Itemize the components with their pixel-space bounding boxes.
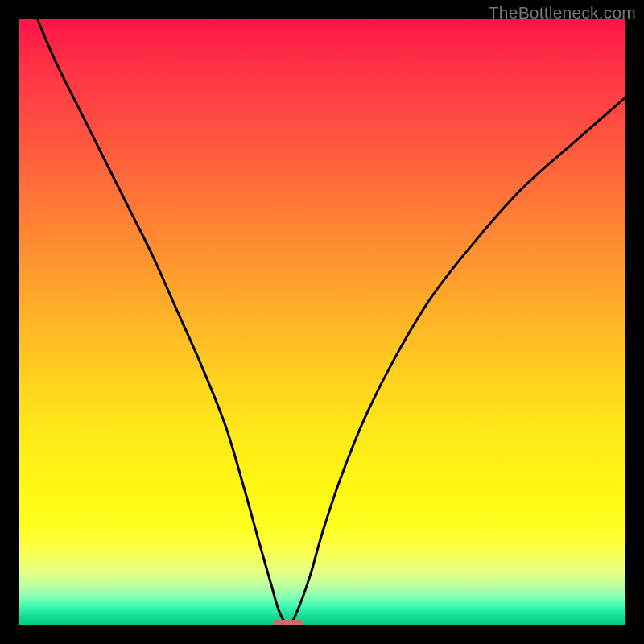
optimal-marker bbox=[273, 620, 304, 625]
curve-layer bbox=[19, 19, 625, 625]
bottleneck-curve bbox=[38, 19, 625, 625]
chart-plot-area bbox=[19, 19, 625, 625]
watermark-text: TheBottleneck.com bbox=[489, 3, 636, 23]
